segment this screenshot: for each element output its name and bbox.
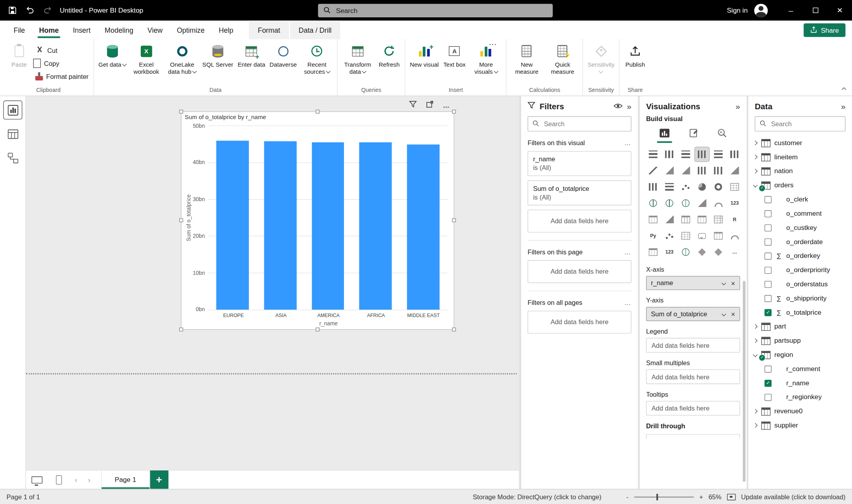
pane-scrollbar[interactable] (743, 281, 746, 482)
sensitivity-button[interactable]: Sensitivity (586, 41, 616, 77)
remove-field-icon[interactable]: × (731, 310, 735, 318)
visual-type-button[interactable] (711, 164, 725, 178)
analytics-tab[interactable] (714, 126, 730, 143)
fit-to-page-icon[interactable] (727, 494, 736, 500)
field-checkbox[interactable] (764, 252, 772, 259)
field-tree-row[interactable]: customer (748, 136, 852, 150)
eye-icon[interactable] (613, 102, 622, 111)
maximize-button[interactable] (803, 0, 828, 21)
cut-button[interactable]: Cut (33, 45, 91, 56)
copy-button[interactable]: Copy (33, 58, 91, 69)
resize-handle[interactable] (179, 110, 183, 114)
model-view-button[interactable] (3, 148, 22, 167)
expand-chevron-icon[interactable] (753, 409, 758, 414)
visual-type-button[interactable] (695, 213, 709, 227)
chart-bar[interactable] (216, 141, 248, 310)
menu-tab[interactable]: Home (32, 21, 66, 39)
add-filter-dropzone[interactable]: Add data fields here (528, 210, 632, 233)
new-visual-button[interactable]: New visual (408, 41, 441, 70)
visual-type-button[interactable] (646, 147, 660, 161)
visual-type-button[interactable] (695, 245, 709, 259)
report-canvas[interactable]: … Sum of o_totalprice by r_name Sum of o… (26, 96, 519, 470)
visual-type-button[interactable] (679, 245, 693, 259)
visual-type-button[interactable] (695, 180, 709, 194)
expand-chevron-icon[interactable] (753, 338, 758, 343)
sql-server-button[interactable]: SQL Server (201, 41, 235, 70)
visual-type-button[interactable] (679, 196, 693, 210)
refresh-button[interactable]: Refresh (376, 41, 402, 70)
field-tree-row[interactable]: supplier (748, 418, 852, 433)
visual-type-button[interactable]: R (728, 213, 742, 227)
zoom-slider[interactable] (634, 496, 694, 497)
enter-data-button[interactable]: Enter data (236, 41, 267, 70)
visual-type-button[interactable]: 123 (662, 245, 676, 259)
visual-type-button[interactable] (662, 180, 676, 194)
add-filter-dropzone[interactable]: Add data fields here (528, 260, 632, 283)
expand-chevron-icon[interactable] (753, 353, 758, 357)
resize-handle[interactable] (316, 110, 320, 114)
contextual-tab[interactable]: Format (249, 21, 289, 39)
visual-type-button[interactable]: 123 (728, 196, 742, 210)
field-tree-row[interactable]: r_regionkey (748, 390, 852, 404)
resize-handle[interactable] (452, 218, 456, 222)
field-tree-row[interactable]: o_orderpriority (748, 263, 852, 277)
field-checkbox[interactable] (764, 238, 772, 245)
field-tree-row[interactable]: r_name (748, 376, 852, 390)
table-view-button[interactable] (3, 124, 22, 143)
section-more-options-icon[interactable]: … (624, 248, 632, 256)
chart-bar[interactable] (359, 142, 392, 310)
visual-type-button[interactable] (711, 180, 725, 194)
mobile-layout-button[interactable] (48, 470, 69, 489)
field-tree-row[interactable]: o_comment (748, 206, 852, 220)
visual-type-button[interactable] (711, 147, 725, 161)
chart-bar[interactable] (407, 144, 439, 310)
excel-workbook-button[interactable]: Excel workbook (129, 41, 164, 77)
menu-tab[interactable]: Insert (66, 21, 98, 39)
field-tree-row[interactable]: o_shippriority (748, 291, 852, 305)
bar-chart-visual[interactable]: Sum of o_totalprice by r_name Sum of o_t… (181, 111, 454, 330)
menu-tab[interactable]: Modeling (97, 21, 140, 39)
resize-handle[interactable] (452, 110, 456, 114)
field-tree-row[interactable]: region (748, 348, 852, 362)
visual-type-button[interactable] (728, 180, 742, 194)
field-tree-row[interactable]: revenue0 (748, 404, 852, 418)
collapse-pane-icon[interactable]: » (627, 102, 631, 111)
resize-handle[interactable] (452, 328, 456, 332)
pill-dropdown-icon[interactable] (722, 312, 727, 316)
visual-type-button[interactable] (646, 245, 660, 259)
visual-type-button[interactable] (711, 229, 725, 243)
field-tree-row[interactable]: orders (748, 178, 852, 192)
publish-button[interactable]: Publish (622, 41, 648, 70)
legend-dropzone[interactable]: Add data fields here (646, 338, 740, 353)
more-visuals-button[interactable]: More visuals (469, 41, 503, 77)
onelake-data-hub-button[interactable]: OneLake data hub (165, 41, 200, 77)
field-tree-row[interactable]: lineitem (748, 150, 852, 164)
field-checkbox[interactable] (764, 267, 772, 274)
visual-type-button[interactable] (679, 147, 693, 161)
visual-type-button[interactable] (646, 196, 660, 210)
search-input[interactable] (335, 6, 547, 15)
save-icon[interactable] (7, 6, 17, 15)
visual-type-button[interactable] (662, 164, 676, 178)
sign-in-link[interactable]: Sign in (727, 7, 748, 14)
expand-chevron-icon[interactable] (753, 140, 758, 145)
pill-dropdown-icon[interactable] (722, 281, 727, 286)
minimize-button[interactable]: – (779, 0, 803, 21)
account-avatar[interactable] (754, 4, 768, 17)
undo-icon[interactable] (25, 6, 35, 15)
visual-type-button[interactable] (728, 164, 742, 178)
field-checkbox[interactable] (764, 309, 772, 316)
field-checkbox[interactable] (764, 394, 772, 401)
x-axis-field-pill[interactable]: r_name × (646, 276, 740, 290)
drill-through-dropzone[interactable] (646, 434, 740, 439)
menu-tab[interactable]: Optimize (170, 21, 211, 39)
focus-mode-icon[interactable] (426, 101, 433, 110)
expand-chevron-icon[interactable] (753, 324, 758, 329)
visual-type-button[interactable] (728, 147, 742, 161)
field-tree-row[interactable]: part (748, 319, 852, 334)
dataverse-button[interactable]: Dataverse (268, 41, 298, 70)
visual-type-button[interactable]: … (728, 245, 742, 259)
global-search[interactable] (318, 4, 553, 17)
visual-type-button[interactable]: Py (646, 229, 660, 243)
visual-type-button[interactable] (662, 213, 676, 227)
